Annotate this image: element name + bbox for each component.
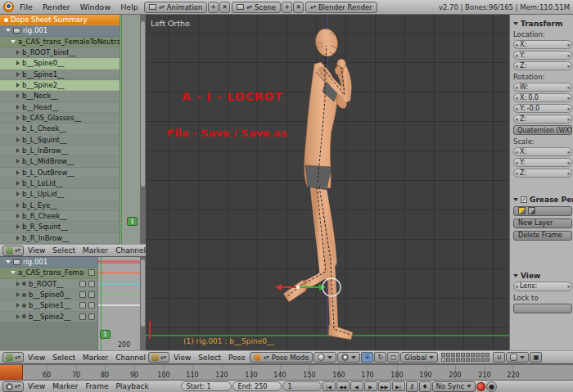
sync-select[interactable]: No Sync bbox=[432, 381, 476, 392]
3d-scene[interactable] bbox=[146, 15, 509, 350]
channel-row-object[interactable]: rig.001 bbox=[0, 257, 97, 268]
end-frame-field[interactable]: End: 250 bbox=[232, 381, 282, 391]
transform-panel-header[interactable]: Transform bbox=[513, 20, 573, 28]
manipulator-scale-button[interactable]: ▢ bbox=[387, 352, 399, 363]
pivot-point-select[interactable] bbox=[337, 352, 360, 363]
grease-new-layer-button[interactable]: New Layer bbox=[513, 219, 572, 229]
close-layout-button[interactable]: ✕ bbox=[219, 2, 230, 13]
location-x-field[interactable]: ◂X:▸ bbox=[513, 40, 572, 50]
expand-icon[interactable] bbox=[16, 292, 20, 297]
previous-keyframe-button[interactable]: ◀◀ bbox=[336, 381, 350, 391]
channel-row[interactable]: b__Spine2__ bbox=[0, 312, 97, 322]
lock-icon[interactable] bbox=[88, 291, 95, 298]
expand-icon[interactable] bbox=[16, 303, 20, 308]
scale-x-field[interactable]: ◂X:▸ bbox=[513, 147, 572, 157]
expand-icon[interactable] bbox=[16, 72, 20, 77]
visibility-dot-icon[interactable] bbox=[22, 282, 26, 286]
mute-icon[interactable] bbox=[79, 291, 86, 298]
expand-icon[interactable] bbox=[16, 224, 20, 229]
menu-channel[interactable]: Channel bbox=[112, 354, 146, 362]
expand-icon[interactable] bbox=[11, 40, 16, 43]
channel-row-action[interactable]: a_CAS_trans_Fema bbox=[0, 268, 97, 278]
expand-icon[interactable] bbox=[16, 282, 20, 286]
manipulator-translate-button[interactable]: + bbox=[361, 352, 373, 363]
scale-y-field[interactable]: ◂Y:▸ bbox=[513, 158, 572, 168]
add-layout-button[interactable]: + bbox=[208, 2, 219, 13]
expand-icon[interactable] bbox=[16, 61, 20, 65]
manipulator-rotate-button[interactable]: ↻ bbox=[374, 352, 386, 363]
channel-row[interactable]: b__Spine0__ bbox=[0, 290, 97, 300]
expand-icon[interactable] bbox=[16, 170, 20, 175]
menu-select[interactable]: Select bbox=[195, 354, 224, 362]
scale-z-field[interactable]: ◂Z:▸ bbox=[513, 169, 572, 178]
location-z-field[interactable]: ◂Z:▸ bbox=[513, 61, 572, 71]
visibility-dot-icon[interactable] bbox=[22, 314, 26, 318]
character-figure[interactable] bbox=[283, 27, 353, 340]
screen-layout-select[interactable]: ▲▼ Animation bbox=[144, 2, 207, 13]
expand-icon[interactable] bbox=[6, 260, 11, 264]
keying-set-icon[interactable]: ⚷ bbox=[406, 381, 418, 392]
grease-draw-button[interactable] bbox=[513, 206, 572, 217]
menu-window[interactable]: Window bbox=[76, 2, 115, 11]
menu-select[interactable]: Select bbox=[49, 354, 79, 362]
jump-to-end-button[interactable]: ▶| bbox=[392, 381, 405, 391]
expand-icon[interactable] bbox=[16, 148, 20, 153]
mode-select[interactable]: ▲▼ Pose Mode bbox=[250, 352, 313, 363]
expand-icon[interactable] bbox=[16, 83, 20, 88]
editor-type-select[interactable]: ▲▼ bbox=[2, 246, 24, 256]
mute-icon[interactable] bbox=[79, 302, 86, 309]
editor-type-select[interactable]: ▲▼ bbox=[2, 352, 24, 363]
timeline-editor[interactable]: 60 70 80 90 100 110 120 130 140 150 160 … bbox=[0, 364, 573, 380]
expand-icon[interactable] bbox=[16, 137, 20, 142]
menu-view[interactable]: View bbox=[170, 354, 194, 362]
lock-icon[interactable] bbox=[88, 281, 95, 287]
expand-icon[interactable] bbox=[16, 191, 20, 196]
add-scene-button[interactable]: + bbox=[282, 2, 292, 13]
lens-field[interactable]: ◂Lens:▸ bbox=[513, 282, 572, 291]
jump-to-start-button[interactable]: |◀ bbox=[323, 381, 336, 391]
expand-icon[interactable] bbox=[16, 181, 20, 186]
editor-type-select[interactable]: ▲▼ bbox=[148, 352, 169, 363]
snap-element-select[interactable] bbox=[506, 352, 529, 363]
rotation-mode-select[interactable]: Quaternion (WXYZ) bbox=[513, 125, 572, 135]
start-frame-field[interactable]: Start: 1 bbox=[181, 381, 232, 391]
menu-view[interactable]: View bbox=[25, 382, 48, 390]
lock-icon[interactable] bbox=[88, 302, 95, 309]
collapse-icon[interactable] bbox=[513, 274, 518, 277]
channel-row[interactable]: b_ROOT__ bbox=[0, 279, 97, 290]
menu-frame[interactable]: Frame bbox=[82, 382, 111, 390]
play-reverse-button[interactable]: ◀ bbox=[350, 381, 363, 391]
grease-delete-frame-button[interactable]: Delete Frame bbox=[513, 231, 572, 241]
lock-icon[interactable] bbox=[88, 313, 95, 320]
menu-marker[interactable]: Marker bbox=[79, 354, 111, 362]
record-button[interactable] bbox=[476, 382, 485, 391]
rotation-z-field[interactable]: ◂Z:▸ bbox=[513, 115, 572, 124]
menu-marker[interactable]: Marker bbox=[79, 246, 111, 255]
rotation-x-field[interactable]: ◂X:0.0▸ bbox=[513, 93, 572, 103]
expand-icon[interactable] bbox=[6, 29, 11, 32]
expand-icon[interactable] bbox=[16, 126, 20, 131]
scene-select[interactable]: ▲▼ Scene bbox=[232, 2, 281, 13]
menu-view[interactable]: View bbox=[25, 246, 48, 255]
menu-file[interactable]: File bbox=[16, 2, 37, 11]
expand-icon[interactable] bbox=[16, 236, 20, 241]
menu-channel[interactable]: Channel bbox=[112, 246, 146, 255]
layers-widget[interactable] bbox=[441, 353, 490, 362]
collapse-icon[interactable] bbox=[513, 198, 518, 201]
current-frame-line[interactable] bbox=[121, 15, 122, 244]
insert-keyframe-icon[interactable]: ♦ bbox=[419, 381, 431, 392]
render-engine-select[interactable]: ▲▼ Blender Render bbox=[305, 2, 377, 13]
menu-view[interactable]: View bbox=[25, 354, 48, 362]
expand-icon[interactable] bbox=[16, 105, 20, 110]
render-opengl-button[interactable]: ▣ bbox=[530, 352, 542, 363]
snap-magnet-icon[interactable]: ∪ bbox=[493, 352, 505, 363]
grease-pencil-checkbox[interactable]: ✓ bbox=[521, 196, 527, 203]
collapse-icon[interactable] bbox=[513, 22, 518, 25]
editor-type-select[interactable]: ▲▼ bbox=[2, 381, 24, 392]
visibility-dot-icon[interactable] bbox=[22, 304, 26, 308]
expand-icon[interactable] bbox=[16, 50, 20, 55]
scrollbar-vertical[interactable] bbox=[140, 15, 146, 244]
scrollbar-vertical[interactable] bbox=[140, 257, 146, 350]
expand-icon[interactable] bbox=[16, 93, 20, 98]
expand-icon[interactable] bbox=[16, 314, 20, 319]
